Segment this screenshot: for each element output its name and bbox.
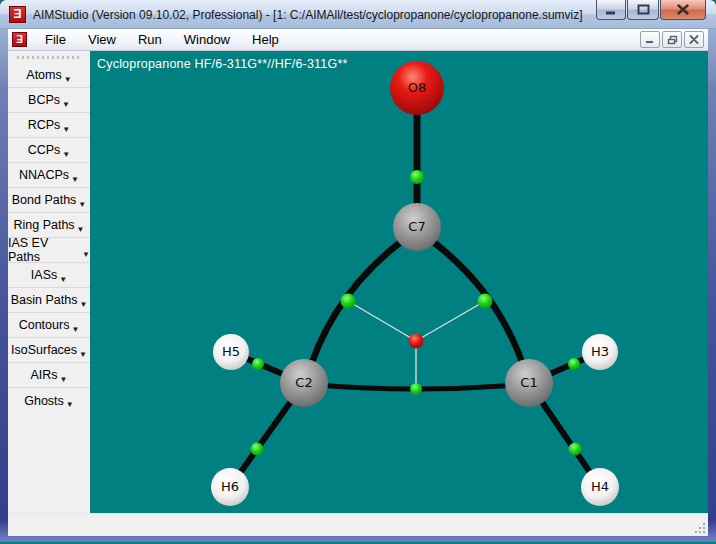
maximize-button[interactable]: [627, 0, 659, 20]
atom-label-O8: O8: [408, 80, 427, 95]
sidebar-item-basin-paths[interactable]: Basin Paths▼: [8, 288, 90, 313]
atom-label-H3: H3: [591, 344, 609, 359]
minimize-button[interactable]: [596, 0, 626, 20]
bcp-marker[interactable]: [410, 383, 422, 395]
sidebar-item-label: RCPs: [28, 118, 61, 132]
window-title: AIMStudio (Version 09.10.02, Professiona…: [33, 0, 583, 29]
sidebar-items: Atoms▼BCPs▼RCPs▼CCPs▼NNACPs▼Bond Paths▼R…: [8, 63, 90, 413]
dropdown-arrow-icon: ▼: [62, 100, 70, 109]
sidebar-item-bcps[interactable]: BCPs▼: [8, 88, 90, 113]
resize-grip[interactable]: [695, 523, 705, 533]
sidebar-item-label: AIRs: [30, 368, 57, 382]
document-icon[interactable]: Ǝ: [12, 32, 27, 47]
sidebar-item-label: Basin Paths: [11, 293, 78, 307]
sidebar-item-nnacps[interactable]: NNACPs▼: [8, 163, 90, 188]
dropdown-arrow-icon: ▼: [82, 250, 90, 259]
dropdown-arrow-icon: ▼: [71, 175, 79, 184]
sidebar-item-label: Ring Paths: [13, 218, 74, 232]
close-icon: [676, 4, 690, 15]
sidebar-item-ghosts[interactable]: Ghosts▼: [8, 388, 90, 413]
bcp-marker[interactable]: [478, 294, 493, 309]
titlebar: Ǝ AIMStudio (Version 09.10.02, Professio…: [0, 0, 716, 29]
sidebar-item-atoms[interactable]: Atoms▼: [8, 63, 90, 88]
sidebar-item-ccps[interactable]: CCPs▼: [8, 138, 90, 163]
maximize-icon: [637, 4, 650, 15]
bcp-marker[interactable]: [568, 358, 580, 370]
sidebar-item-ias-ev-paths[interactable]: IAS EV Paths▼: [8, 238, 90, 263]
menu-window[interactable]: Window: [173, 29, 241, 50]
mdi-close-button[interactable]: [684, 31, 704, 48]
sidebar-toolbar: Atoms▼BCPs▼RCPs▼CCPs▼NNACPs▼Bond Paths▼R…: [8, 51, 90, 513]
atom-label-H4: H4: [591, 479, 609, 494]
atom-label-H6: H6: [221, 479, 239, 494]
sidebar-item-label: IASs: [31, 268, 57, 282]
bcp-marker[interactable]: [341, 294, 356, 309]
molecule-svg: O8C7C2C1H5H3H6H4: [90, 51, 708, 513]
sidebar-item-label: NNACPs: [19, 168, 69, 182]
sidebar-item-label: BCPs: [28, 93, 60, 107]
dropdown-arrow-icon: ▼: [62, 150, 70, 159]
sidebar-item-label: CCPs: [28, 143, 61, 157]
dropdown-arrow-icon: ▼: [59, 275, 67, 284]
sidebar-item-contours[interactable]: Contours▼: [8, 313, 90, 338]
dropdown-arrow-icon: ▼: [77, 225, 85, 234]
rcp-bcp-line: [348, 301, 416, 341]
sidebar-item-rcps[interactable]: RCPs▼: [8, 113, 90, 138]
dropdown-arrow-icon: ▼: [79, 300, 87, 309]
molecule-caption: Cyclopropanone HF/6-311G**//HF/6-311G**: [97, 57, 348, 71]
app-window: Ǝ AIMStudio (Version 09.10.02, Professio…: [0, 0, 716, 544]
bcp-marker[interactable]: [410, 170, 424, 184]
sidebar-item-ring-paths[interactable]: Ring Paths▼: [8, 213, 90, 238]
menu-help[interactable]: Help: [241, 29, 290, 50]
bcp-marker[interactable]: [252, 358, 264, 370]
bond-path: [306, 230, 417, 381]
dropdown-arrow-icon: ▼: [66, 400, 74, 409]
rcp-bcp-line: [416, 301, 485, 341]
menu-view[interactable]: View: [77, 29, 127, 50]
document-icon-glyph: Ǝ: [13, 33, 26, 46]
sidebar-item-label: IsoSurfaces: [11, 343, 77, 357]
sidebar-item-isosurfaces[interactable]: IsoSurfaces▼: [8, 338, 90, 363]
sidebar-item-label: Bond Paths: [12, 193, 77, 207]
sidebar-item-label: Contours: [19, 318, 70, 332]
sidebar-item-label: Ghosts: [24, 394, 64, 408]
dropdown-arrow-icon: ▼: [78, 200, 86, 209]
bond-path: [417, 230, 528, 381]
caption-buttons: [595, 0, 706, 20]
atom-label-C7: C7: [408, 219, 425, 234]
mdi-minimize-icon: [645, 35, 655, 44]
atom-label-C1: C1: [520, 375, 537, 390]
menu-run[interactable]: Run: [127, 29, 173, 50]
bcp-marker[interactable]: [569, 443, 582, 456]
dropdown-arrow-icon: ▼: [64, 75, 72, 84]
statusbar: [8, 513, 708, 536]
close-button[interactable]: [660, 0, 706, 20]
sidebar-item-airs[interactable]: AIRs▼: [8, 363, 90, 388]
toolbar-drag-handle[interactable]: [17, 56, 81, 59]
mdi-buttons: [638, 31, 704, 48]
mdi-close-icon: [689, 35, 699, 44]
minimize-icon: [605, 5, 617, 15]
mdi-minimize-button[interactable]: [640, 31, 660, 48]
dropdown-arrow-icon: ▼: [71, 325, 79, 334]
sidebar-item-bond-paths[interactable]: Bond Paths▼: [8, 188, 90, 213]
bcp-marker[interactable]: [251, 443, 264, 456]
menubar: Ǝ FileViewRunWindowHelp: [8, 29, 708, 51]
mdi-restore-icon: [667, 35, 678, 45]
dropdown-arrow-icon: ▼: [60, 375, 68, 384]
menu-items: FileViewRunWindowHelp: [34, 29, 290, 50]
canvas[interactable]: O8C7C2C1H5H3H6H4 Cyclopropanone HF/6-311…: [90, 51, 708, 513]
atom-label-H5: H5: [222, 344, 240, 359]
sidebar-item-label: IAS EV Paths: [8, 236, 80, 264]
app-icon-glyph: Ǝ: [10, 7, 25, 22]
dropdown-arrow-icon: ▼: [62, 125, 70, 134]
sidebar-item-iass[interactable]: IASs▼: [8, 263, 90, 288]
mdi-restore-button[interactable]: [662, 31, 682, 48]
app-icon[interactable]: Ǝ: [9, 6, 26, 23]
dropdown-arrow-icon: ▼: [79, 350, 87, 359]
sidebar-item-label: Atoms: [26, 68, 61, 82]
menu-file[interactable]: File: [34, 29, 77, 50]
atom-label-C2: C2: [295, 375, 312, 390]
rcp-marker[interactable]: [409, 334, 424, 349]
